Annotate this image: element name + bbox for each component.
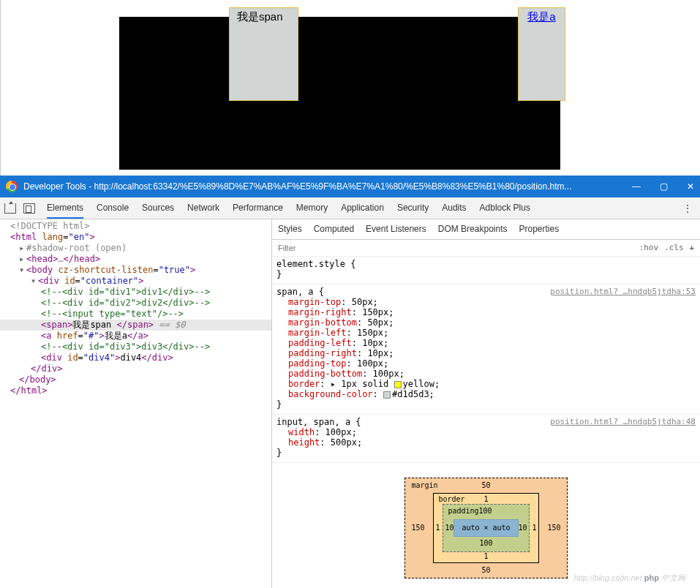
comment[interactable]: <!--<input type="text"/>-->	[41, 309, 184, 319]
tab-breakpoints[interactable]: DOM Breakpoints	[438, 224, 508, 234]
preview-span: 我是span	[229, 7, 298, 101]
watermark: http://blog.csdn.net php 中文网	[574, 573, 685, 584]
collapse-icon[interactable]	[19, 265, 26, 276]
filter-input[interactable]	[278, 244, 633, 252]
expand-icon[interactable]	[19, 243, 26, 254]
minimize-button[interactable]: —	[632, 181, 641, 192]
source-link[interactable]: position.html? …hndqb5jtdha:53	[550, 287, 696, 297]
tab-security[interactable]: Security	[397, 198, 429, 219]
page-preview: 我是span 我是a	[119, 7, 565, 170]
comment[interactable]: <!--<div id="div2">div2</div>-->	[41, 298, 210, 308]
tab-elements[interactable]: Elements	[47, 198, 83, 219]
tab-network[interactable]: Network	[187, 198, 219, 219]
tab-memory[interactable]: Memory	[296, 198, 328, 219]
panel-tabs: Elements Console Sources Network Perform…	[47, 198, 530, 219]
rule-element-style[interactable]: element.style { }	[272, 257, 700, 284]
selected-node[interactable]: <span>我是span </span> == $0	[0, 320, 271, 331]
chrome-icon	[6, 181, 18, 192]
kebab-icon[interactable]: ⋮	[680, 203, 696, 214]
span-text: 我是span	[237, 10, 283, 23]
tab-listeners[interactable]: Event Listeners	[366, 224, 426, 234]
device-toggle-icon[interactable]	[23, 203, 35, 214]
tab-console[interactable]: Console	[97, 198, 129, 219]
content-size: auto × auto	[454, 519, 518, 537]
tab-audits[interactable]: Audits	[442, 198, 466, 219]
doctype: <!DOCTYPE html>	[10, 221, 89, 231]
collapse-icon[interactable]	[31, 276, 38, 287]
rule-input-span-a[interactable]: position.html? …hndqb5jtdha:48 input, sp…	[272, 415, 700, 463]
new-rule-button[interactable]: +	[690, 244, 694, 252]
cls-toggle[interactable]: .cls	[664, 243, 684, 252]
box-model: margin 50 50 150 150 border 1 1 1 1 padd…	[272, 463, 700, 588]
styles-tabs: Styles Computed Event Listeners DOM Brea…	[272, 219, 700, 240]
container-box	[119, 17, 560, 170]
css-rules: element.style { } position.html? …hndqb5…	[272, 257, 700, 588]
inspect-icon[interactable]	[4, 203, 16, 214]
dom-tree[interactable]: <!DOCTYPE html> <html lang="en"> #shadow…	[0, 219, 272, 588]
maximize-button[interactable]: ▢	[660, 181, 668, 192]
comment[interactable]: <!--<div id="div1">div1</div>-->	[41, 287, 210, 297]
devtools-toolbar: Elements Console Sources Network Perform…	[0, 197, 700, 219]
tab-styles[interactable]: Styles	[278, 224, 302, 234]
expand-icon[interactable]	[19, 254, 26, 265]
tab-computed[interactable]: Computed	[314, 224, 354, 234]
preview-anchor[interactable]: 我是a	[518, 7, 565, 101]
close-button[interactable]: ✕	[687, 181, 694, 192]
anchor-text: 我是a	[527, 10, 555, 23]
rule-span-a[interactable]: position.html? …hndqb5jtdha:53 span, a {…	[272, 284, 700, 415]
tab-properties[interactable]: Properties	[519, 224, 559, 234]
tab-performance[interactable]: Performance	[233, 198, 283, 219]
tab-application[interactable]: Application	[341, 198, 384, 219]
devtools-titlebar: Developer Tools - http://localhost:63342…	[0, 176, 700, 197]
titlebar-text: Developer Tools - http://localhost:63342…	[23, 181, 632, 192]
source-link[interactable]: position.html? …hndqb5jtdha:48	[550, 417, 696, 427]
tab-adblock[interactable]: Adblock Plus	[480, 198, 530, 219]
tab-sources[interactable]: Sources	[142, 198, 174, 219]
shadow-root[interactable]: #shadow-root (open)	[26, 243, 127, 253]
comment[interactable]: <!--<div id="div3">div3</div>-->	[41, 342, 210, 352]
hov-toggle[interactable]: :hov	[639, 243, 659, 252]
